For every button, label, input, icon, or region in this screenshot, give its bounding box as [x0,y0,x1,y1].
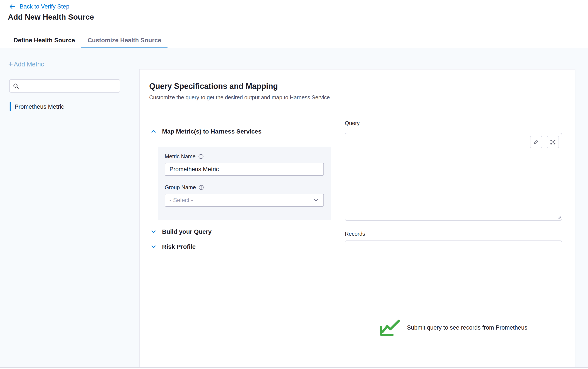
metric-item-label: Prometheus Metric [15,103,64,110]
expand-icon [550,139,556,145]
metric-search-input[interactable] [21,83,117,89]
tab-customize-health-source[interactable]: Customize Health Source [81,33,168,48]
search-icon [13,83,19,89]
section-risk-profile-toggle[interactable]: Risk Profile [150,242,196,251]
info-icon[interactable] [198,154,204,159]
query-label: Query [345,120,360,126]
add-metric-label: Add Metric [14,61,44,68]
sidebar-divider [9,100,125,100]
page-body: + Add Metric Prometheus Metric Query Spe… [0,48,588,367]
records-panel: Submit query to see records from Prometh… [345,240,562,367]
panel-title: Query Specifications and Mapping [149,82,278,91]
query-actions [530,136,559,148]
query-textarea[interactable] [345,133,562,221]
section-label: Risk Profile [162,243,196,250]
section-label: Build your Query [162,228,211,235]
selected-indicator-bar [10,102,11,111]
info-icon[interactable] [199,185,204,190]
chevron-up-icon [150,128,157,135]
plus-icon: + [8,60,13,68]
tab-label: Customize Health Source [88,37,161,44]
metric-name-label: Metric Name [165,153,196,160]
chevron-down-icon [313,197,319,203]
map-metrics-form: Metric Name Group Name [158,147,331,220]
group-name-selected-value: - Select - [169,197,193,204]
metric-name-label-row: Metric Name [165,153,324,160]
footer-strip [0,367,588,369]
panel-divider [140,109,575,109]
back-link-label: Back to Verify Step [20,3,69,10]
resize-handle[interactable] [556,214,561,220]
metric-name-input[interactable] [165,163,324,176]
arrow-left-icon [9,3,16,10]
pencil-icon [533,139,539,145]
group-name-select[interactable]: - Select - [165,194,324,207]
sidebar-item-prometheus-metric[interactable]: Prometheus Metric [10,102,64,111]
section-label: Map Metric(s) to Harness Services [162,128,262,135]
top-bar: Back to Verify Step Add New Health Sourc… [0,0,588,48]
records-empty-message: Submit query to see records from Prometh… [407,324,527,331]
add-metric-button[interactable]: + Add Metric [8,60,44,68]
edit-query-button[interactable] [530,136,542,148]
tab-bar: Define Health Source Customize Health So… [0,33,588,48]
records-label: Records [345,231,365,237]
query-specifications-panel: Query Specifications and Mapping Customi… [139,69,575,367]
page-title: Add New Health Source [8,13,94,21]
expand-query-button[interactable] [547,136,559,148]
section-map-metrics-toggle[interactable]: Map Metric(s) to Harness Services [150,127,262,136]
chart-line-icon [379,318,401,337]
panel-subtitle: Customize the query to get the desired o… [149,94,331,101]
chevron-down-icon [150,244,157,250]
section-build-query-toggle[interactable]: Build your Query [150,227,211,236]
group-name-label-row: Group Name [165,184,324,191]
tab-define-health-source[interactable]: Define Health Source [7,33,81,48]
tab-label: Define Health Source [13,37,75,44]
group-name-label: Group Name [165,184,196,191]
metric-search-box [9,79,120,93]
chevron-down-icon [150,229,157,235]
back-to-verify-step-link[interactable]: Back to Verify Step [9,3,69,10]
